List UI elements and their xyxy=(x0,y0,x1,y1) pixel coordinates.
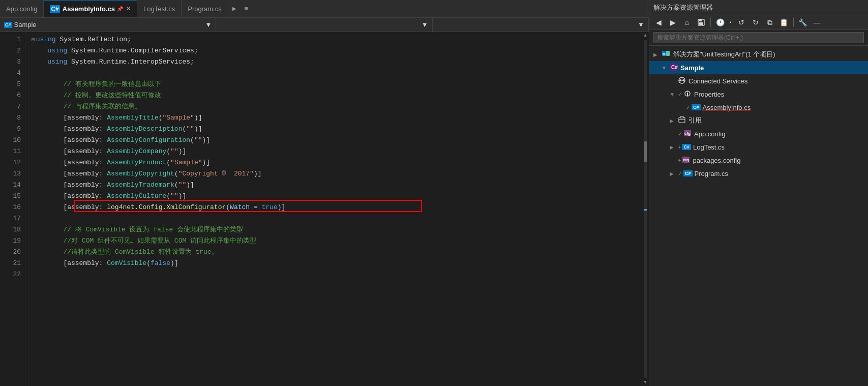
tree-item-solution-root[interactable]: ▶ M 解决方案"UnitTestingArt"(1 个项目) xyxy=(649,48,868,61)
line-num-15: 15 xyxy=(0,191,21,202)
svg-text:C#: C# xyxy=(671,65,678,70)
line-num-11: 11 xyxy=(0,146,21,157)
solution-explorer-panel: 解决方案资源管理器 ◀ ▶ ⌂ 🕐 · ↺ ↻ ⧉ 📋 🔧 — ▶ xyxy=(649,0,868,386)
packages-plus-icon: + xyxy=(678,157,681,163)
tree-item-references[interactable]: ▶ 引用 xyxy=(649,114,868,127)
svg-point-10 xyxy=(682,79,684,81)
code-line-8: [assembly: AssemblyTitle("Sample")] xyxy=(32,112,642,124)
toolbar-refresh-button[interactable]: ↻ xyxy=(750,17,762,28)
code-line-14: [assembly: AssemblyTrademark("")] xyxy=(32,180,642,191)
code-line-5: // 有关程序集的一般信息由以下 xyxy=(32,79,642,90)
svg-rect-2 xyxy=(699,22,703,25)
svg-rect-1 xyxy=(699,19,702,21)
logtest-cs-icon: C# xyxy=(682,144,691,150)
app-config-check-icon: ✓ xyxy=(678,131,682,137)
tab-logtest[interactable]: LogTest.cs xyxy=(137,0,182,17)
tree-item-properties[interactable]: ▼ ✓ Properties xyxy=(649,87,868,101)
code-area: 1 2 3 4 5 6 7 8 9 10 11 12 13 14 15 16 1… xyxy=(0,32,649,386)
tree-item-logtest[interactable]: ▶ + C# LogTest.cs xyxy=(649,140,868,154)
tab-label-assembly-info: AssemblyInfo.cs xyxy=(63,5,115,13)
line-num-20: 20 xyxy=(0,247,21,258)
tree-item-assembly-info[interactable]: ✓ C# AssemblyInfo.cs xyxy=(649,101,868,114)
toolbar-dot-arrow[interactable]: · xyxy=(728,18,733,27)
assembly-cs-icon: C# xyxy=(692,104,701,110)
toolbar-save-button[interactable] xyxy=(695,17,707,28)
svg-text:cfg: cfg xyxy=(683,158,689,162)
tab-assembly-info[interactable]: C# AssemblyInfo.cs 📌 ✕ xyxy=(44,0,137,17)
scroll-thumb[interactable] xyxy=(644,141,647,162)
svg-point-13 xyxy=(687,92,688,93)
line-num-17: 17 xyxy=(0,213,21,224)
line-num-2: 2 xyxy=(0,45,21,56)
cs-dropdown-icon: C# xyxy=(4,22,12,28)
expand-arrow-logtest: ▶ xyxy=(670,144,678,150)
scroll-track[interactable] xyxy=(644,40,647,378)
method-dropdown-2[interactable]: ▼ xyxy=(433,18,649,32)
expand-arrow-app-config xyxy=(670,131,678,137)
tab-label-program: Program.cs xyxy=(188,5,221,13)
scroll-down-arrow[interactable]: ▼ xyxy=(642,379,649,386)
tab-label-logtest: LogTest.cs xyxy=(143,5,175,13)
dropdown-bar: C# Sample ▼ ▼ ▼ xyxy=(0,18,649,32)
line-numbers: 1 2 3 4 5 6 7 8 9 10 11 12 13 14 15 16 1… xyxy=(0,32,25,386)
solution-root-label: 解决方案"UnitTestingArt"(1 个项目) xyxy=(673,50,775,59)
line-num-3: 3 xyxy=(0,56,21,68)
expand-arrow-packages xyxy=(670,158,678,163)
line-num-10: 10 xyxy=(0,135,21,146)
editor-panel: App.config C# AssemblyInfo.cs 📌 ✕ LogTes… xyxy=(0,0,649,386)
code-line-7: // 与程序集关联的信息。 xyxy=(32,101,642,112)
line-num-22: 22 xyxy=(0,269,21,280)
toolbar-paste-button[interactable]: 📋 xyxy=(778,17,790,28)
expand-arrow-solution: ▶ xyxy=(653,52,662,57)
connected-services-label: Connected Services xyxy=(689,77,747,85)
solution-icon: M xyxy=(662,50,671,60)
tree-item-packages-config[interactable]: + cfg packages.config xyxy=(649,154,868,167)
expand-arrow-assembly-info xyxy=(678,105,686,110)
csharp-project-icon: C# xyxy=(670,63,678,73)
svg-point-9 xyxy=(679,79,681,81)
expand-arrow-program: ▶ xyxy=(670,171,678,176)
properties-label: Properties xyxy=(694,91,724,98)
toolbar-sep-2 xyxy=(793,18,794,27)
logtest-label: LogTest.cs xyxy=(693,143,725,151)
tree-item-program-cs[interactable]: ▶ ✓ C# Program.cs xyxy=(649,167,868,180)
class-dropdown[interactable]: C# Sample ▼ xyxy=(0,18,216,32)
method-dropdown-2-arrow: ▼ xyxy=(638,21,644,28)
code-line-19: //对 COM 组件不可见。如果需要从 COM 访问此程序集中的类型 xyxy=(32,235,642,247)
toolbar-forward-button[interactable]: ▶ xyxy=(667,17,679,28)
method-dropdown-1[interactable]: ▼ xyxy=(216,18,432,32)
toolbar-sep-1 xyxy=(710,18,711,27)
code-line-1: ⊟using System.Reflection; xyxy=(32,34,642,45)
toolbar-clock-button[interactable]: 🕐 xyxy=(714,17,726,28)
pin-icon[interactable]: 📌 xyxy=(117,6,123,12)
close-icon[interactable]: ✕ xyxy=(126,6,131,12)
svg-rect-14 xyxy=(687,93,688,96)
toolbar-home-button[interactable]: ⌂ xyxy=(681,17,693,28)
code-line-22 xyxy=(32,269,642,280)
packages-config-icon: cfg xyxy=(682,156,690,165)
solution-toolbar: ◀ ▶ ⌂ 🕐 · ↺ ↻ ⧉ 📋 🔧 — xyxy=(649,15,868,30)
tab-overflow-menu[interactable]: ≡ xyxy=(241,0,253,17)
toolbar-back-button[interactable]: ◀ xyxy=(652,17,665,28)
toolbar-undo-button[interactable]: ↺ xyxy=(735,17,747,28)
solution-search-input[interactable] xyxy=(653,32,864,43)
properties-check-icon: ✓ xyxy=(678,91,682,98)
scroll-marker xyxy=(644,209,647,211)
scroll-up-arrow[interactable]: ▲ xyxy=(642,32,649,39)
toolbar-collapse-button[interactable]: — xyxy=(811,17,823,28)
expand-icon-1[interactable]: ⊟ xyxy=(32,34,35,45)
tab-overflow-arrow[interactable]: ▶ xyxy=(228,0,241,17)
tree-item-app-config[interactable]: ✓ cfg App.config xyxy=(649,127,868,140)
code-line-3: using System.Runtime.InteropServices; xyxy=(32,56,642,68)
svg-rect-4 xyxy=(666,51,670,56)
program-cs-label: Program.cs xyxy=(695,170,728,177)
tree-item-connected-services[interactable]: Connected Services xyxy=(649,74,868,87)
code-line-10: [assembly: AssemblyConfiguration("")] xyxy=(32,135,642,146)
svg-text:M: M xyxy=(663,52,666,56)
toolbar-tools-button[interactable]: 🔧 xyxy=(797,17,809,28)
toolbar-copy-button[interactable]: ⧉ xyxy=(764,17,776,28)
tab-program[interactable]: Program.cs xyxy=(182,0,228,17)
tab-app-config[interactable]: App.config xyxy=(0,0,44,17)
tree-item-project-sample[interactable]: ▼ C# Sample xyxy=(649,61,868,74)
code-content[interactable]: ⊟using System.Reflection; using System.R… xyxy=(25,32,642,386)
